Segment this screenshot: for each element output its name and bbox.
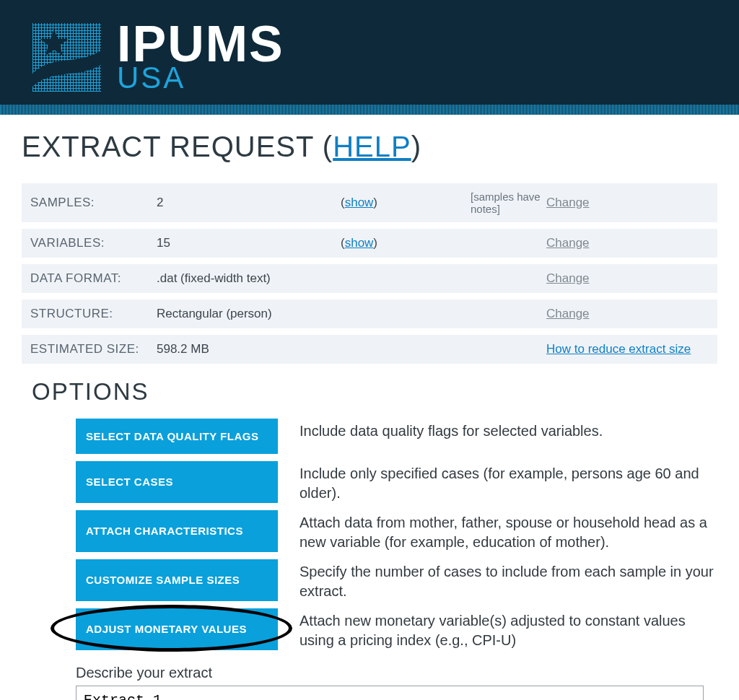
adjust-monetary-values-button[interactable]: ADJUST MONETARY VALUES [76, 608, 278, 650]
samples-notes: [samples have notes] [471, 191, 546, 215]
option-desc: Attach new monetary variable(s) adjusted… [278, 608, 717, 650]
page-title: EXTRACT REQUEST (HELP) [22, 131, 717, 163]
svg-marker-0 [40, 29, 68, 56]
options-list: SELECT DATA QUALITY FLAGS Include data q… [22, 419, 717, 700]
option-data-quality: SELECT DATA QUALITY FLAGS Include data q… [76, 419, 717, 454]
variables-show-link[interactable]: show [345, 236, 374, 250]
customize-sample-sizes-button[interactable]: CUSTOMIZE SAMPLE SIZES [76, 559, 278, 601]
size-label: ESTIMATED SIZE: [30, 342, 157, 356]
reduce-size-link[interactable]: How to reduce extract size [546, 342, 691, 356]
attach-characteristics-button[interactable]: ATTACH CHARACTERISTICS [76, 510, 278, 552]
structure-label: STRUCTURE: [30, 307, 157, 321]
option-attach-characteristics: ATTACH CHARACTERISTICS Attach data from … [76, 510, 717, 552]
app-header: IPUMS USA [0, 0, 739, 105]
summary-structure: STRUCTURE: Rectangular (person) Change [22, 299, 717, 328]
variables-show: (show) [341, 236, 471, 250]
option-desc: Include only specified cases (for exampl… [278, 461, 717, 503]
samples-show: (show) [341, 196, 471, 210]
format-change-link[interactable]: Change [546, 271, 590, 285]
summary-format: DATA FORMAT: .dat (fixed-width text) Cha… [22, 264, 717, 293]
variables-value: 15 [157, 236, 341, 250]
summary-variables: VARIABLES: 15 (show) Change [22, 229, 717, 258]
logo[interactable]: IPUMS USA [32, 22, 707, 92]
page-title-suffix: ) [411, 131, 421, 162]
main-content: EXTRACT REQUEST (HELP) SAMPLES: 2 (show)… [0, 115, 739, 700]
option-adjust-monetary-values: ADJUST MONETARY VALUES Attach new moneta… [76, 608, 717, 650]
structure-change-link[interactable]: Change [546, 307, 590, 320]
format-label: DATA FORMAT: [30, 271, 157, 286]
summary-size: ESTIMATED SIZE: 598.2 MB How to reduce e… [22, 335, 717, 364]
variables-change-link[interactable]: Change [546, 236, 590, 250]
structure-value: Rectangular (person) [157, 307, 341, 321]
option-customize-sample-sizes: CUSTOMIZE SAMPLE SIZES Specify the numbe… [76, 559, 717, 601]
summary-samples: SAMPLES: 2 (show) [samples have notes] C… [22, 183, 717, 222]
variables-label: VARIABLES: [30, 236, 157, 250]
option-select-cases: SELECT CASES Include only specified case… [76, 461, 717, 503]
size-value: 598.2 MB [157, 342, 341, 356]
samples-label: SAMPLES: [30, 196, 157, 210]
samples-show-link[interactable]: show [345, 196, 374, 209]
format-value: .dat (fixed-width text) [157, 271, 341, 286]
option-desc: Specify the number of cases to include f… [278, 559, 717, 601]
option-desc: Include data quality flags for selected … [278, 419, 603, 454]
help-link[interactable]: HELP [333, 131, 411, 162]
page-title-prefix: EXTRACT REQUEST ( [22, 131, 333, 162]
samples-value: 2 [157, 196, 341, 210]
option-desc: Attach data from mother, father, spouse … [278, 510, 717, 552]
options-heading: OPTIONS [32, 378, 717, 406]
logo-text: IPUMS USA [117, 22, 284, 92]
decorative-digit-strip [0, 105, 739, 115]
describe-label: Describe your extract [76, 665, 717, 681]
describe-extract-input[interactable] [76, 686, 704, 700]
samples-change-link[interactable]: Change [546, 196, 590, 209]
select-data-quality-button[interactable]: SELECT DATA QUALITY FLAGS [76, 419, 278, 454]
select-cases-button[interactable]: SELECT CASES [76, 461, 278, 503]
logo-mark-icon [32, 23, 101, 92]
